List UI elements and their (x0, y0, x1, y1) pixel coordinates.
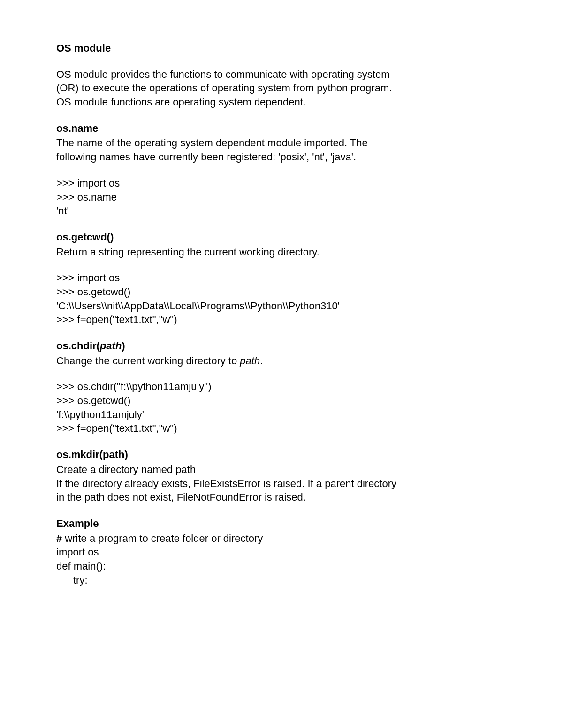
desc-line: If the directory already exists, FileExi… (56, 477, 507, 491)
code-line: 'f:\\python11amjuly' (56, 408, 507, 422)
comment-text: write a program to create folder or dire… (65, 533, 263, 544)
code-line: 'nt' (56, 204, 507, 218)
page-title-block: OS module (56, 41, 507, 55)
code-line: >>> f=open("text1.txt","w") (56, 421, 507, 435)
section-heading: os.chdir(path) (56, 339, 507, 353)
section-heading: os.name (56, 121, 507, 135)
intro-line: OS module provides the functions to comm… (56, 68, 507, 82)
intro-line: (OR) to execute the operations of operat… (56, 81, 507, 95)
desc-line: following names have currently been regi… (56, 150, 507, 164)
desc-line: in the path does not exist, FileNotFound… (56, 490, 507, 504)
section-heading: os.mkdir(path) (56, 448, 507, 462)
desc-line: Return a string representing the current… (56, 245, 507, 259)
code-line: >>> import os (56, 176, 507, 190)
section-mkdir: os.mkdir(path) Create a directory named … (56, 448, 507, 504)
section-heading: Example (56, 517, 507, 531)
desc-pre: Change the current working directory to (56, 355, 240, 367)
intro-paragraph: OS module provides the functions to comm… (56, 68, 507, 109)
desc-line: The name of the operating system depende… (56, 136, 507, 150)
desc-post: . (260, 355, 263, 367)
section-example: Example # write a program to create fold… (56, 517, 507, 587)
section-os-name: os.name The name of the operating system… (56, 121, 507, 164)
code-line: 'C:\\Users\\nit\\AppData\\Local\\Program… (56, 299, 507, 313)
desc-arg: path (240, 355, 260, 367)
code-line: # write a program to create folder or di… (56, 532, 507, 546)
code-line: >>> os.chdir("f:\\python11amjuly") (56, 380, 507, 394)
section-heading: os.getcwd() (56, 230, 507, 244)
code-line: import os (56, 545, 507, 559)
code-line: >>> os.getcwd() (56, 285, 507, 299)
section-getcwd: os.getcwd() Return a string representing… (56, 230, 507, 259)
code-line: >>> f=open("text1.txt","w") (56, 313, 507, 327)
page-title: OS module (56, 42, 111, 54)
document-page: OS module OS module provides the functio… (0, 0, 563, 728)
heading-pre: os.chdir( (56, 340, 100, 352)
comment-hash: # (56, 533, 65, 544)
code-block-chdir: >>> os.chdir("f:\\python11amjuly") >>> o… (56, 380, 507, 435)
code-line: >>> os.name (56, 190, 507, 204)
code-line: try: (56, 573, 507, 587)
desc-line: Create a directory named path (56, 463, 507, 477)
intro-line: OS module functions are operating system… (56, 95, 507, 109)
heading-post: ) (122, 340, 125, 352)
code-block-getcwd: >>> import os >>> os.getcwd() 'C:\\Users… (56, 271, 507, 327)
desc-line: Change the current working directory to … (56, 354, 507, 368)
code-line: >>> os.getcwd() (56, 394, 507, 408)
code-block-osname: >>> import os >>> os.name 'nt' (56, 176, 507, 218)
code-line: >>> import os (56, 271, 507, 285)
heading-arg: path (100, 340, 122, 352)
section-chdir: os.chdir(path) Change the current workin… (56, 339, 507, 368)
code-line: def main(): (56, 559, 507, 573)
